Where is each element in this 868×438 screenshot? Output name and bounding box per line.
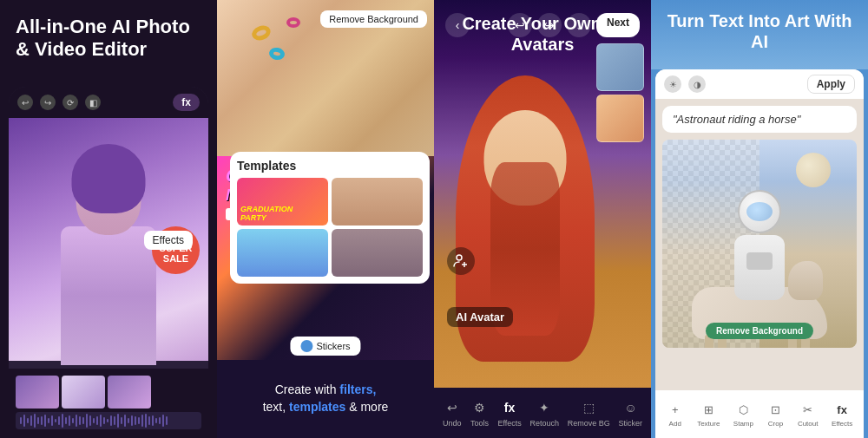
footer-text: text, [263,400,289,414]
panel-2-content: Cyber Monday Free Shipping SHOP Remove B… [217,0,434,438]
mini-thumb-2[interactable] [596,95,644,142]
timeline-thumb-1[interactable] [16,376,59,409]
stamp-icon: ⬡ [734,401,752,418]
templates-grid: GRADUATIONPARTY [237,178,423,277]
timeline-strip [9,369,208,438]
panel-2: Cyber Monday Free Shipping SHOP Remove B… [217,0,434,438]
add-avatar-icon[interactable] [447,247,475,275]
panel-3: Create Your Own AI Avatars ‹ ↩ ↪ ↓ Next [434,0,651,438]
stickers-tooltip[interactable]: Stickers [290,337,360,356]
timeline-thumb-3[interactable] [108,376,151,409]
panel-4: Turn Text Into Art With AI ☀ ◑ Apply "As… [651,0,868,438]
panel-4-bottom-toolbar: + Add ⊞ Texture ⬡ Stamp ⊡ Crop ✂ Cutout … [655,390,864,438]
templates-card: Templates GRADUATIONPARTY [230,152,430,284]
undo-nav-icon[interactable]: ↩ [508,13,532,37]
template-thumb-3[interactable] [237,229,328,277]
template-4-bg [332,229,423,277]
apply-button[interactable]: Apply [807,75,855,94]
footer-create: Create with [275,382,340,396]
toolbar-remove-bg[interactable]: ⬚ Remove BG [568,398,610,428]
template-thumb-2[interactable] [332,178,423,226]
next-button[interactable]: Next [596,13,640,37]
panel-1: All-in-One AI Photo & Video Editor ↩ ↪ ⟳… [0,0,217,438]
fx-icon: fx [500,398,519,417]
sun-icon[interactable]: ☀ [664,75,681,93]
template-thumb-1[interactable]: GRADUATIONPARTY [237,178,328,226]
ring-teal [268,47,286,62]
panel-2-collage: Cyber Monday Free Shipping SHOP Remove B… [217,0,434,360]
astronaut [734,190,785,300]
texture-icon: ⊞ [700,401,717,418]
horse-head [788,261,823,300]
panel-3-photo-area: ‹ ↩ ↪ ↓ Next AI Avatar [434,0,651,388]
panel-4-topbar: ☀ ◑ Apply [655,69,864,99]
tool-add[interactable]: + Add [667,401,684,428]
remove-bg-tag[interactable]: Remove Background [706,323,813,339]
undo-icon[interactable]: ↩ [17,95,33,110]
history-icon[interactable]: ⟳ [62,95,78,110]
fx-badge[interactable]: fx [173,94,200,111]
ring-pink [286,17,300,28]
undo-icon: ↩ [443,398,462,417]
template-thumb-4[interactable] [332,229,423,277]
tool-effects[interactable]: fx Effects [832,401,852,428]
sticker-dot-icon [300,340,312,352]
tool-texture[interactable]: ⊞ Texture [697,401,720,428]
astronaut-scene: Remove Background [662,140,857,348]
toolbar-retouch[interactable]: ✦ Retouch [529,398,559,428]
thumbnail-row [9,369,208,412]
prompt-box[interactable]: "Astronaut riding a horse" [662,106,857,133]
panel-3-toolbar: ↩ Undo ⚙ Tools fx Effects ✦ Retouch ⬚ Re… [434,388,651,438]
add-icon: + [667,401,684,418]
tool-crop[interactable]: ⊡ Crop [766,401,784,428]
download-icon[interactable]: ↓ [567,13,591,37]
template-1-label: GRADUATIONPARTY [240,205,293,222]
cutout-icon: ✂ [799,401,817,418]
effects-tooltip[interactable]: Effects [144,231,193,250]
woman-body [61,226,156,365]
compare-icon[interactable]: ◧ [85,95,101,110]
effects-icon: fx [833,401,851,418]
tool-stamp[interactable]: ⬡ Stamp [733,401,753,428]
moon [796,153,831,187]
nav-bar: ‹ ↩ ↪ ↓ Next [438,9,647,42]
timeline-thumb-2[interactable] [62,376,105,409]
footer-more: & more [345,400,388,414]
redhead-figure [438,58,612,388]
redo-icon[interactable]: ↪ [40,95,56,110]
nav-icons-right: ↩ ↪ ↓ Next [508,13,640,37]
toolbar-tools[interactable]: ⚙ Tools [470,398,490,428]
astronaut-suit [734,235,785,300]
toolbar-sticker[interactable]: ☺ Sticker [619,398,643,428]
remove-bg-icon: ⬚ [579,398,598,417]
stickers-label: Stickers [316,341,350,351]
crop-icon: ⊡ [766,401,784,418]
tool-cutout[interactable]: ✂ Cutout [798,401,819,428]
person-plus-svg [452,252,470,270]
remove-bg-tooltip[interactable]: Remove Background [320,10,427,28]
template-2-bg [332,178,423,226]
footer-templates: templates [289,400,345,414]
panel-1-phone-mock: ↩ ↪ ⟳ ◧ fx Effects LIMITED SUPER SALE [9,87,208,438]
top-thumbnails [596,43,644,142]
woman-hair [72,144,146,213]
toolbar-fx[interactable]: fx Effects [497,398,521,428]
panel-4-headline: Turn Text Into Art With AI [661,10,858,52]
panel-4-phone: ☀ ◑ Apply "Astronaut riding a horse" [655,69,864,438]
mini-thumb-1[interactable] [596,43,644,91]
sale-label: SALE [163,253,188,264]
back-icon[interactable]: ‹ [445,13,470,37]
panel-2-footer-text: Create with filters, text, templates & m… [263,382,389,415]
panel-1-headline: All-in-One AI Photo & Video Editor [16,16,201,62]
panel-2-footer: Create with filters, text, templates & m… [217,360,434,438]
toolbar-undo[interactable]: ↩ Undo [443,398,462,428]
redo-nav-icon[interactable]: ↪ [537,13,562,37]
moon-icon[interactable]: ◑ [688,75,706,93]
svg-point-0 [457,255,462,260]
template-3-bg [237,229,328,277]
ai-avatar-label: AI Avatar [447,307,513,327]
topbar-left-icons: ☀ ◑ [664,75,706,93]
phone-toolbar: ↩ ↪ ⟳ ◧ fx [9,87,208,118]
templates-title: Templates [237,159,423,173]
waveform [16,412,201,429]
